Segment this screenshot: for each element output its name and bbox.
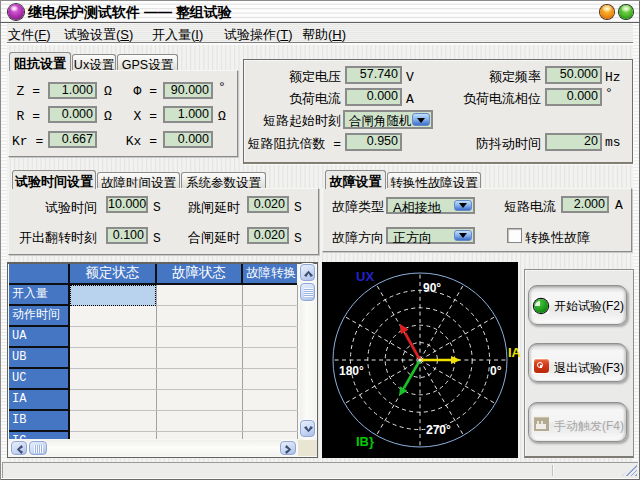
svg-text:270°: 270° [426,423,451,437]
svg-text:IA: IA [508,345,522,360]
svg-text:UX: UX [356,269,374,284]
svg-text:0°: 0° [490,364,502,378]
svg-text:180°: 180° [339,364,364,378]
svg-text:90°: 90° [423,281,441,295]
svg-text:IB}: IB} [356,434,374,449]
